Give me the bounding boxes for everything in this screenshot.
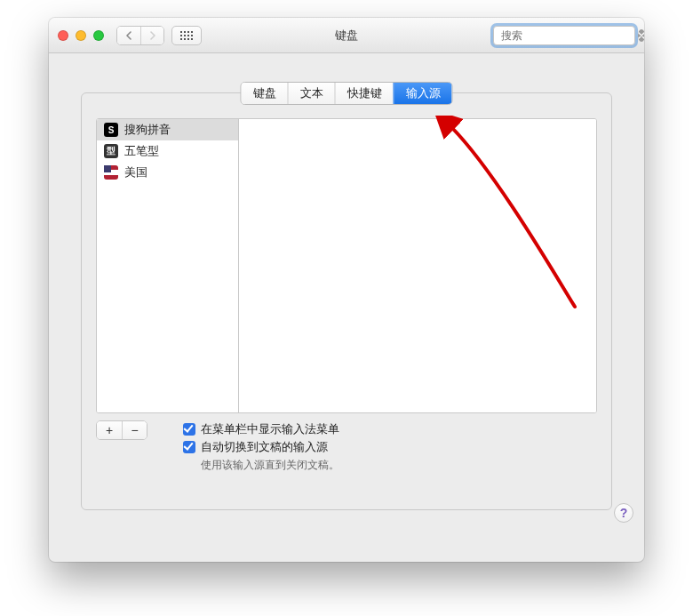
input-source-label: 美国: [124, 164, 147, 180]
svg-rect-6: [187, 35, 189, 36]
svg-rect-9: [184, 38, 186, 40]
minimize-window-button[interactable]: [76, 30, 86, 41]
checkbox-checked-icon: [183, 441, 195, 453]
show-all-button[interactable]: [171, 26, 202, 45]
svg-rect-4: [180, 35, 182, 36]
tab-keyboard[interactable]: 键盘: [242, 83, 288, 104]
svg-rect-2: [187, 31, 189, 33]
auto-switch-option[interactable]: 自动切换到文稿的输入源: [183, 438, 339, 456]
options-group: 在菜单栏中显示输入法菜单 自动切换到文稿的输入源 使用该输入源直到关闭文稿。: [183, 420, 339, 473]
titlebar: 键盘: [49, 18, 644, 53]
tab-shortcuts[interactable]: 快捷键: [335, 83, 394, 104]
svg-rect-7: [191, 35, 193, 36]
window-controls: [58, 30, 104, 41]
back-button[interactable]: [117, 27, 140, 44]
tab-text[interactable]: 文本: [288, 83, 335, 104]
clear-search-button[interactable]: [638, 29, 644, 42]
input-sources-panel: 键盘 文本 快捷键 输入源 S 搜狗拼音: [81, 92, 612, 510]
option-subnote: 使用该输入源直到关闭文稿。: [201, 458, 339, 473]
help-button[interactable]: ?: [614, 503, 633, 523]
checkbox-checked-icon: [183, 423, 195, 436]
split-view: S 搜狗拼音 型 五笔型 美国: [96, 118, 597, 413]
add-remove-group: + −: [96, 420, 147, 440]
preferences-window: 键盘 键盘 文本 快捷键 输入源: [49, 18, 644, 562]
close-icon: [638, 32, 644, 39]
svg-rect-3: [191, 31, 193, 33]
grid-icon: [180, 31, 193, 40]
search-field-wrap[interactable]: [493, 26, 635, 45]
input-source-label: 五笔型: [124, 143, 159, 159]
us-flag-icon: [104, 165, 118, 180]
svg-rect-1: [184, 31, 186, 33]
pref-tabs: 键盘 文本 快捷键 输入源: [241, 82, 453, 105]
forward-button[interactable]: [140, 27, 163, 44]
input-source-detail: [239, 119, 596, 412]
option-label: 自动切换到文稿的输入源: [201, 439, 328, 455]
svg-rect-11: [191, 38, 193, 40]
window-body: 键盘 文本 快捷键 输入源 S 搜狗拼音: [49, 92, 644, 532]
svg-rect-5: [184, 35, 186, 36]
input-source-row[interactable]: S 搜狗拼音: [97, 119, 238, 140]
search-input[interactable]: [501, 29, 634, 42]
input-source-label: 搜狗拼音: [124, 122, 171, 138]
sogou-icon: S: [104, 123, 118, 137]
add-input-source-button[interactable]: +: [97, 421, 122, 439]
svg-rect-10: [187, 38, 189, 40]
remove-input-source-button[interactable]: −: [122, 421, 147, 439]
input-source-list[interactable]: S 搜狗拼音 型 五笔型 美国: [97, 119, 239, 412]
close-window-button[interactable]: [58, 30, 68, 41]
nav-back-forward: [116, 26, 164, 45]
show-input-in-menubar-option[interactable]: 在菜单栏中显示输入法菜单: [183, 420, 339, 438]
input-source-row[interactable]: 型 五笔型: [97, 140, 238, 162]
option-label: 在菜单栏中显示输入法菜单: [201, 421, 339, 437]
zoom-window-button[interactable]: [93, 30, 104, 41]
svg-rect-8: [180, 38, 182, 40]
svg-rect-0: [180, 31, 182, 33]
input-source-row[interactable]: 美国: [97, 162, 238, 183]
wubi-icon: 型: [104, 144, 118, 158]
tab-input-sources[interactable]: 输入源: [394, 83, 452, 104]
